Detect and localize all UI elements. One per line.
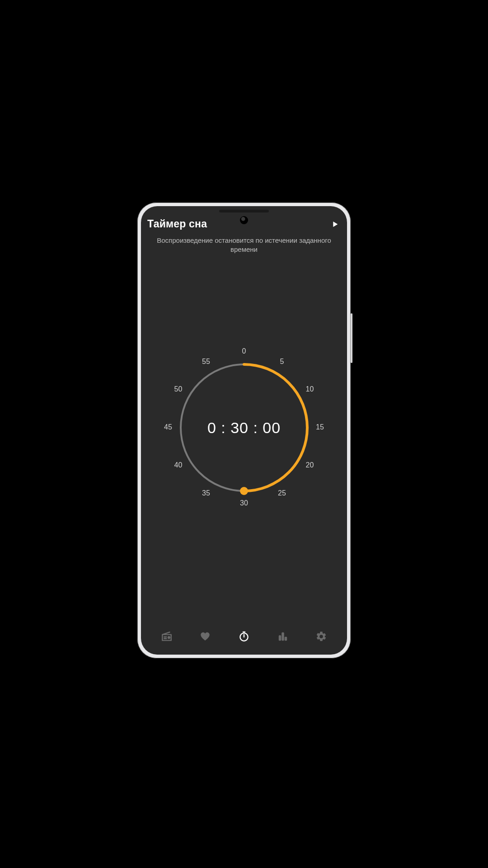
dial-tick-50: 50 xyxy=(174,385,183,393)
nav-radio[interactable] xyxy=(157,627,177,646)
svg-rect-6 xyxy=(279,636,281,641)
timer-icon xyxy=(238,631,250,642)
svg-rect-2 xyxy=(164,638,167,639)
dial-tick-10: 10 xyxy=(306,385,314,393)
dial-tick-55: 55 xyxy=(202,358,210,365)
page-subtitle: Воспроизведение остановится по истечении… xyxy=(152,236,336,255)
svg-rect-4 xyxy=(243,632,246,632)
header: Таймер сна xyxy=(147,218,341,230)
play-icon xyxy=(332,221,339,228)
dial-tick-0: 0 xyxy=(242,347,246,355)
screen: Таймер сна Воспроизведение остановится п… xyxy=(141,206,347,655)
start-timer-button[interactable] xyxy=(330,219,341,230)
svg-rect-7 xyxy=(282,632,283,640)
dial-tick-25: 25 xyxy=(278,489,286,497)
dial-tick-5: 5 xyxy=(280,358,284,365)
dial-handle[interactable] xyxy=(240,487,248,495)
dial-tick-35: 35 xyxy=(202,489,210,497)
speaker-slot xyxy=(219,210,269,212)
svg-rect-8 xyxy=(285,637,286,641)
nav-favorites[interactable] xyxy=(195,627,215,646)
page-title: Таймер сна xyxy=(147,218,207,230)
heart-icon xyxy=(199,631,211,642)
svg-rect-1 xyxy=(164,637,167,637)
dial-tick-45: 45 xyxy=(164,423,172,431)
sleep-timer-dial[interactable]: 0510152025303540455055 0 : 30 : 00 xyxy=(158,342,330,514)
dial-tick-40: 40 xyxy=(174,461,183,469)
timer-readout: 0 : 30 : 00 xyxy=(207,419,281,437)
nav-settings[interactable] xyxy=(311,627,331,646)
dial-tick-15: 15 xyxy=(316,423,324,431)
nav-timer[interactable] xyxy=(234,627,254,646)
radio-icon xyxy=(161,631,173,642)
equalizer-icon xyxy=(277,631,289,642)
gear-icon xyxy=(315,631,327,642)
dial-tick-30: 30 xyxy=(240,499,248,507)
phone-frame: Таймер сна Воспроизведение остановится п… xyxy=(137,203,351,658)
svg-point-0 xyxy=(168,637,170,639)
nav-equalizer[interactable] xyxy=(273,627,293,646)
bottom-nav xyxy=(141,623,347,650)
dial-tick-20: 20 xyxy=(306,461,314,469)
